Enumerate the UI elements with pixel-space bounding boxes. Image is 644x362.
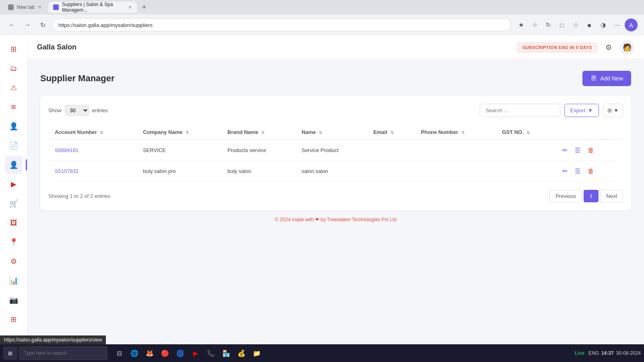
sidebar-item-folder[interactable]: 🗂 xyxy=(5,60,23,77)
forward-button[interactable]: → xyxy=(22,19,33,31)
taskbar-task-view[interactable]: ⊟ xyxy=(112,346,126,360)
page-1-button[interactable]: 1 xyxy=(584,190,599,202)
refresh-icon[interactable]: ↻ xyxy=(543,19,554,31)
page-content: Supplier Manager 🖹 Add New Show 10 25 30 xyxy=(27,60,644,240)
sort-email-icon: ⇅ xyxy=(390,130,394,135)
avatar[interactable]: 🧑 xyxy=(620,40,634,55)
show-label: Show xyxy=(48,107,62,113)
footer: © 2024 made with ❤ by Treewalker Technol… xyxy=(40,210,631,229)
more-options-icon[interactable]: ⋯ xyxy=(611,19,622,31)
sidebar-item-image[interactable]: 🖼 xyxy=(5,214,23,232)
col-account-number[interactable]: Account Number ⇅ xyxy=(48,125,136,140)
cell-gst-1 xyxy=(495,161,554,182)
reload-button[interactable]: ↻ xyxy=(37,19,48,31)
taskbar-youtube[interactable]: ▶ xyxy=(189,346,202,360)
edit-icon-0[interactable]: ✏ xyxy=(561,145,569,156)
sidebar-item-play[interactable]: ▶ xyxy=(5,175,23,193)
extensions-icon[interactable]: ★ xyxy=(515,19,526,31)
search-input[interactable] xyxy=(480,104,560,117)
shield-icon[interactable]: ■ xyxy=(584,19,595,31)
col-name[interactable]: Name ⇅ xyxy=(295,125,367,140)
col-brand-name[interactable]: Brand Name ⇅ xyxy=(221,125,295,140)
sidebar-item-dashboard[interactable]: ⊞ xyxy=(5,40,23,58)
taskbar-explorer[interactable]: 📁 xyxy=(250,346,264,360)
user-icon: 👤 xyxy=(9,122,18,131)
sidebar-item-alert[interactable]: ⚠ xyxy=(5,79,23,97)
extension2-icon[interactable]: ◑ xyxy=(597,19,609,31)
tab-suppliers[interactable]: Suppliers | Salon & Spa Managem... ✕ xyxy=(48,2,137,13)
sidebar-item-cart[interactable]: 🛒 xyxy=(5,195,23,212)
show-entries: Show 10 25 30 50 100 entries xyxy=(48,105,108,116)
tab-new-tab[interactable]: New tab ✕ xyxy=(3,2,47,13)
address-text: https://salon.galla.app/mysalon/supplier… xyxy=(58,22,153,28)
taskbar-money[interactable]: 💰 xyxy=(235,346,248,360)
pagination-buttons: Previous 1 Next xyxy=(549,190,623,202)
taskbar-windows-store[interactable]: 🏪 xyxy=(219,346,233,360)
taskbar-firefox[interactable]: 🦊 xyxy=(143,346,157,360)
taskbar-live-label: Live xyxy=(575,350,584,356)
sidebar-item-suppliers[interactable]: 👤 xyxy=(5,156,23,174)
delete-icon-1[interactable]: 🗑 xyxy=(586,166,596,177)
suppliers-table: Account Number ⇅ Company Name ⇅ Brand Na… xyxy=(48,125,623,182)
sort-phone-icon: ⇅ xyxy=(461,130,464,135)
view-toggle-button[interactable]: ⊞ ▼ xyxy=(603,104,623,117)
sidebar-item-chart[interactable]: ≋ xyxy=(5,98,23,116)
sidebar-item-camera[interactable]: 📷 xyxy=(5,291,23,309)
edit-icon-1[interactable]: ✏ xyxy=(561,166,569,177)
table-row: S6884181 SERVICE Products service Servic… xyxy=(48,140,623,161)
tab-favicon-suppliers xyxy=(53,4,59,10)
table-right-controls: Export ▼ ⊞ ▼ xyxy=(480,104,623,117)
header-settings-icon[interactable]: ⚙ xyxy=(602,41,615,54)
bookmark-icon[interactable]: ☆ xyxy=(529,19,540,31)
new-tab-button[interactable]: + xyxy=(138,2,150,13)
entries-select[interactable]: 10 25 30 50 100 xyxy=(65,105,89,116)
sys-tray: ENG 14:37 30-08-2024 xyxy=(588,350,641,356)
tab-close-new[interactable]: ✕ xyxy=(38,4,42,10)
sort-name-icon: ⇅ xyxy=(319,130,322,135)
start-button[interactable]: ⊞ xyxy=(3,346,17,360)
app-title: Galla Salon xyxy=(37,43,76,51)
previous-button[interactable]: Previous xyxy=(549,190,582,202)
split-icon[interactable]: □ xyxy=(556,19,568,31)
pagination-row: Showing 1 to 2 of 2 entries Previous 1 N… xyxy=(48,190,623,202)
subscription-badge: SUBSCRIPTION END IN 0 DAYS xyxy=(517,43,597,52)
col-gst-no[interactable]: GST NO. ⇅ xyxy=(495,125,554,140)
list-icon-1[interactable]: ☰ xyxy=(573,166,582,177)
col-company-name[interactable]: Company Name ⇅ xyxy=(136,125,221,140)
alert-icon: ⚠ xyxy=(10,83,17,92)
export-button[interactable]: Export ▼ xyxy=(564,104,599,117)
col-email[interactable]: Email ⇅ xyxy=(367,125,414,140)
sidebar: ⊞ 🗂 ⚠ ≋ 👤 📄 👤 ▶ 🛒 🖼 📍 xyxy=(0,35,27,362)
taskbar-circle[interactable]: 🔴 xyxy=(158,346,172,360)
next-button[interactable]: Next xyxy=(600,190,623,202)
tab-close-suppliers[interactable]: ✕ xyxy=(128,4,132,10)
sidebar-item-report[interactable]: 📊 xyxy=(5,272,23,290)
taskbar: ⊞ ⊟ 🌐 🦊 🔴 🌀 ▶ 📞 🏪 💰 📁 Live ENG 14:37 30-… xyxy=(0,344,644,362)
taskbar-search[interactable] xyxy=(19,346,107,360)
cell-actions-0: ✏ ☰ 🗑 xyxy=(554,140,623,161)
sidebar-item-settings[interactable]: ⚙ xyxy=(5,253,23,270)
cell-email-0 xyxy=(367,140,414,161)
delete-icon-0[interactable]: 🗑 xyxy=(586,145,596,156)
taskbar-skype[interactable]: 📞 xyxy=(204,346,218,360)
location-icon: 📍 xyxy=(9,238,18,247)
col-actions xyxy=(554,125,623,140)
sort-gst-icon: ⇅ xyxy=(526,130,530,135)
list-icon-0[interactable]: ☰ xyxy=(573,145,582,156)
sidebar-item-location[interactable]: 📍 xyxy=(5,233,23,251)
back-button[interactable]: ← xyxy=(6,19,18,31)
taskbar-lang: ENG xyxy=(588,350,599,356)
profile-icon[interactable]: A xyxy=(625,19,638,31)
sidebar-item-user[interactable]: 👤 xyxy=(5,117,23,135)
add-new-button[interactable]: 🖹 Add New xyxy=(582,71,631,86)
taskbar-edge[interactable]: 🌐 xyxy=(128,346,141,360)
tab-label-suppliers: Suppliers | Salon & Spa Managem... xyxy=(62,2,125,13)
col-phone-number[interactable]: Phone Number ⇅ xyxy=(415,125,496,140)
star2-icon[interactable]: ☆ xyxy=(570,19,581,31)
cell-company-1: buty salon pro xyxy=(136,161,221,182)
sidebar-item-file[interactable]: 📄 xyxy=(5,137,23,154)
address-bar[interactable]: https://salon.galla.app/mysalon/supplier… xyxy=(52,19,511,31)
sidebar-item-bottom[interactable]: ⊞ xyxy=(5,311,23,328)
cell-actions-1: ✏ ☰ 🗑 xyxy=(554,161,623,182)
taskbar-chrome[interactable]: 🌀 xyxy=(173,346,187,360)
